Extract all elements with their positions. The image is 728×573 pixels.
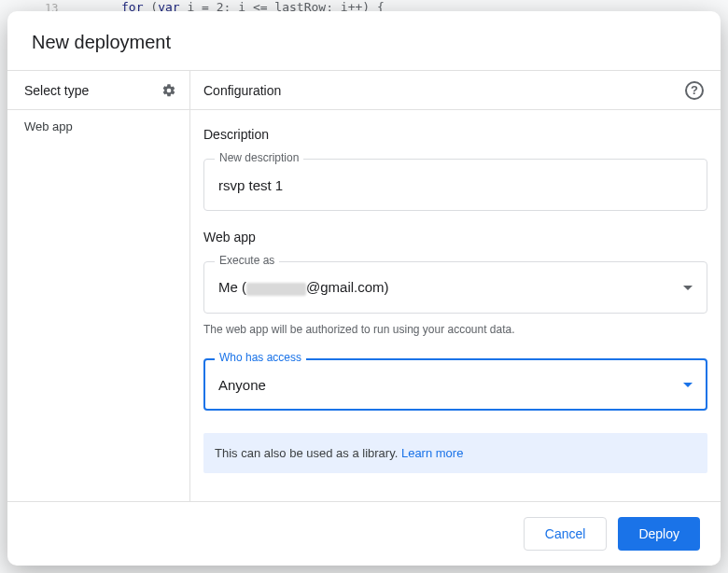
dialog-body: Select type Web app Configuration ? Desc…	[7, 71, 721, 501]
description-field: New description	[203, 159, 707, 211]
config-heading: Configuration	[203, 83, 281, 98]
learn-more-link[interactable]: Learn more	[401, 446, 463, 460]
access-value: Anyone	[218, 377, 266, 393]
dialog-footer: Cancel Deploy	[7, 501, 721, 566]
redacted-email	[246, 283, 306, 296]
sidebar-heading-row: Select type	[7, 71, 189, 110]
configuration-panel: Configuration ? Description New descript…	[190, 71, 721, 501]
description-floating-label: New description	[215, 151, 303, 164]
dialog-header: New deployment	[7, 11, 721, 71]
chevron-down-icon	[683, 286, 693, 290]
sidebar-heading: Select type	[24, 83, 89, 98]
description-section-label: Description	[203, 127, 707, 142]
access-floating-label: Who has access	[215, 351, 306, 364]
execute-as-helper: The web app will be authorized to run us…	[203, 323, 707, 336]
sidebar: Select type Web app	[7, 71, 190, 501]
config-heading-row: Configuration ?	[190, 71, 721, 110]
deploy-button[interactable]: Deploy	[618, 517, 700, 551]
cancel-button[interactable]: Cancel	[524, 517, 608, 551]
description-input[interactable]	[203, 159, 707, 211]
config-body: Description New description Web app Exec…	[190, 110, 721, 490]
gear-icon[interactable]	[161, 83, 176, 98]
dialog-title: New deployment	[32, 32, 696, 53]
execute-as-floating-label: Execute as	[215, 254, 279, 267]
chevron-down-icon	[683, 383, 693, 387]
new-deployment-dialog: New deployment Select type Web app Confi…	[7, 11, 721, 566]
execute-as-field: Execute as Me (@gmail.com)	[203, 261, 707, 314]
library-info-banner: This can also be used as a library. Lear…	[203, 433, 707, 473]
sidebar-item-webapp[interactable]: Web app	[7, 110, 189, 143]
help-icon[interactable]: ?	[685, 81, 704, 100]
access-field: Who has access Anyone	[203, 358, 707, 411]
execute-as-value: Me (@gmail.com)	[218, 279, 389, 295]
webapp-section-label: Web app	[203, 230, 707, 245]
access-select[interactable]: Anyone	[203, 358, 707, 411]
execute-as-select[interactable]: Me (@gmail.com)	[203, 261, 707, 314]
